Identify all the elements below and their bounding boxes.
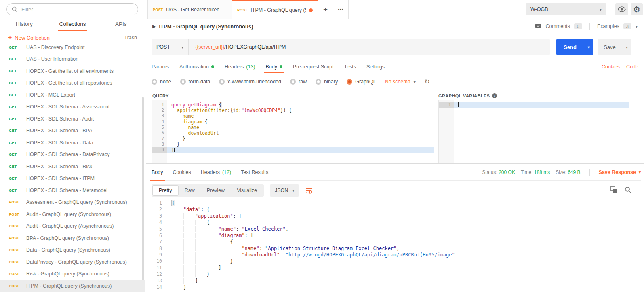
collection-request-item[interactable]: GET HOPEX - SDL Schema - DataPrivacy: [0, 149, 145, 161]
tab-authorization[interactable]: Authorization: [179, 60, 214, 73]
response-tab-body[interactable]: Body: [152, 164, 163, 180]
radio-icon: [290, 79, 296, 85]
collection-request-item[interactable]: GET HOPEX - SDL Schema - Risk: [0, 161, 145, 173]
comments-count-badge: 0: [574, 23, 582, 29]
examples-button[interactable]: Examples: [597, 23, 619, 29]
collapse-triangle-icon[interactable]: ▶: [152, 24, 156, 29]
body-mode-option[interactable]: form-data: [180, 79, 210, 85]
url-input[interactable]: {{server_url}}/HOPEXGraphQL/api/ITPM: [189, 44, 292, 50]
graphql-variables-editor[interactable]: 1: [438, 100, 629, 163]
filter-input[interactable]: [21, 6, 133, 13]
view-mode-button[interactable]: Raw: [179, 185, 201, 196]
response-tab-test-results[interactable]: Test Results: [241, 164, 268, 180]
radio-icon: [180, 79, 186, 85]
collection-request-item[interactable]: GET HOPEX - MGL Export: [0, 89, 145, 101]
body-mode-label: raw: [299, 79, 307, 85]
open-tab-uas[interactable]: POST UAS - Get Bearer token: [147, 0, 232, 19]
tab-settings[interactable]: Settings: [366, 60, 385, 73]
wrap-lines-button[interactable]: [305, 187, 313, 194]
response-body-viewer[interactable]: 1234567891011121314 { "data": { "applica…: [152, 199, 644, 292]
line-number-gutter: 123456789: [152, 100, 167, 163]
method-badge: GET: [9, 69, 21, 73]
collection-request-item[interactable]: GET HOPEX - SDL Schema - BPA: [0, 125, 145, 137]
body-mode-option[interactable]: raw: [290, 79, 307, 85]
tab-body[interactable]: Body: [266, 60, 283, 73]
search-response-icon[interactable]: [625, 186, 631, 193]
format-select[interactable]: JSON ▾: [270, 184, 299, 197]
method-badge: GET: [9, 93, 21, 97]
body-mode-option[interactable]: binary: [316, 79, 338, 85]
method-select[interactable]: POST ▾: [152, 39, 189, 55]
collection-request-item[interactable]: GET HOPEX - SDL Schema - Metamodel: [0, 184, 145, 197]
tab-tests[interactable]: Tests: [344, 60, 356, 73]
refresh-schema-icon[interactable]: ↻: [425, 78, 430, 85]
save-options-button[interactable]: ▾: [622, 39, 631, 55]
request-label: Assessment - GraphQL query (Synchronous): [26, 199, 127, 205]
chevron-down-icon[interactable]: ▾: [636, 24, 638, 29]
tab-collections[interactable]: Collections: [48, 18, 97, 31]
collection-request-item[interactable]: POST BPA - GraphQL query (Synchronous): [0, 232, 145, 244]
comments-button[interactable]: Comments: [545, 23, 570, 29]
method-badge: GET: [9, 81, 21, 85]
send-button[interactable]: Send: [556, 39, 584, 55]
radio-icon: [316, 79, 321, 85]
view-mode-button[interactable]: Visualize: [231, 185, 263, 196]
view-mode-button[interactable]: Pretty: [152, 185, 179, 196]
new-collection-button[interactable]: +New Collection: [8, 34, 50, 41]
collection-request-item[interactable]: POST Audit - GraphQL query (Asynchronous…: [0, 220, 145, 233]
save-button[interactable]: Save: [598, 39, 622, 55]
tab-history[interactable]: History: [0, 18, 48, 31]
tab-prerequest-script[interactable]: Pre-request Script: [293, 60, 334, 73]
environment-select[interactable]: W-OGD ▾: [526, 3, 606, 15]
method-badge: POST: [9, 224, 21, 228]
collection-request-item[interactable]: GET HOPEX - SDL Schema - Assessment: [0, 101, 145, 113]
collection-request-item[interactable]: POST DataPrivacy - GraphQL query (Synchr…: [0, 256, 145, 268]
view-mode-button[interactable]: Preview: [201, 185, 231, 196]
body-mode-option[interactable]: GraphQL: [347, 79, 376, 85]
environment-preview-button[interactable]: [615, 3, 628, 15]
collection-request-item[interactable]: GET HOPEX - SDL Schema - Audit: [0, 113, 145, 125]
response-tab-headers[interactable]: Headers(12): [201, 164, 231, 180]
graphql-query-editor[interactable]: 123456789 query getDiagram { application…: [152, 100, 434, 163]
sidebar: History Collections APIs +New Collection…: [0, 0, 145, 292]
collection-request-item[interactable]: GET HOPEX - SDL Schema - ITPM: [0, 173, 145, 185]
size-value: 649 B: [568, 169, 580, 175]
collection-request-item[interactable]: POST Risk - GraphQL query (Synchronous): [0, 268, 145, 280]
schema-select[interactable]: No schema ▾: [385, 79, 416, 85]
new-tab-button[interactable]: +: [318, 0, 333, 19]
sidebar-actions: +New Collection Trash: [0, 32, 145, 44]
chevron-down-icon: ▾: [639, 170, 641, 174]
response-json: { "data": { "application": [ { "name": "…: [166, 199, 644, 292]
tab-headers[interactable]: Headers(13): [225, 60, 255, 73]
radio-icon: [152, 79, 157, 85]
collection-request-item[interactable]: POST Data - GraphQL query (Synchronous): [0, 244, 145, 256]
tab-params[interactable]: Params: [152, 60, 169, 73]
tab-apis[interactable]: APIs: [97, 18, 145, 31]
open-tab-itpm-active[interactable]: POST ITPM - GraphQL query (Synchr...: [232, 0, 318, 19]
wrap-lines-icon: [305, 187, 313, 194]
request-label: ITPM - GraphQL query (Synchronous): [26, 283, 112, 289]
request-label: BPA - GraphQL query (Synchronous): [26, 235, 109, 241]
collection-request-item[interactable]: POST ITPM - GraphQL query (Synchronous): [0, 280, 145, 292]
tab-options-button[interactable]: •••: [333, 0, 349, 19]
cookies-link[interactable]: Cookies: [602, 64, 620, 70]
main-area: POST UAS - Get Bearer token POST ITPM - …: [146, 0, 644, 292]
copy-icon[interactable]: [610, 186, 617, 193]
collection-request-item[interactable]: POST Audit - GraphQL query (Synchronous): [0, 208, 145, 220]
body-mode-option[interactable]: none: [152, 79, 171, 85]
body-mode-option[interactable]: x-www-form-urlencoded: [219, 79, 281, 85]
method-badge: GET: [9, 152, 21, 157]
collection-request-item[interactable]: GET UAS - User Information: [0, 53, 145, 66]
save-response-button[interactable]: Save Response ▾: [599, 169, 641, 175]
request-label: UAS - Discovery Endpoint: [26, 44, 85, 50]
code-link[interactable]: Code: [626, 64, 638, 70]
response-tab-cookies[interactable]: Cookies: [173, 164, 191, 180]
request-label: HOPEX - SDL Schema - DataPrivacy: [26, 152, 110, 157]
collection-request-item[interactable]: GET HOPEX - Get the list of all envirome…: [0, 65, 145, 77]
collection-request-item[interactable]: GET HOPEX - Get the list of all reposito…: [0, 77, 145, 89]
settings-button[interactable]: ⚙: [631, 3, 643, 15]
collection-request-item[interactable]: POST Assessment - GraphQL query (Synchro…: [0, 197, 145, 209]
send-options-button[interactable]: ▾: [584, 39, 593, 55]
collection-request-item[interactable]: GET HOPEX - SDL Schema - Data: [0, 137, 145, 149]
trash-button[interactable]: Trash: [124, 35, 137, 40]
